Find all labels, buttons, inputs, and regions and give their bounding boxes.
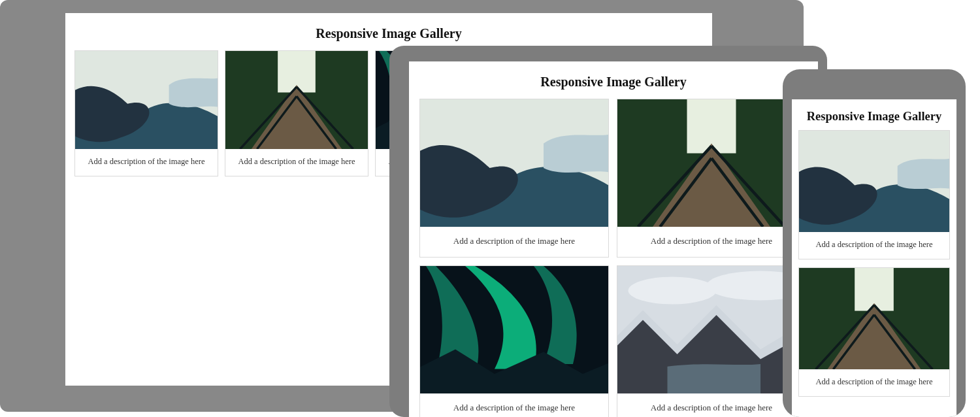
gallery-card[interactable]: Add a description of the image here <box>798 130 950 259</box>
page-title: Responsive Image Gallery <box>409 61 818 99</box>
gallery-card[interactable]: Add a description of the image here <box>617 265 806 417</box>
tablet-screen: Responsive Image Gallery Add a descripti… <box>409 61 818 417</box>
bridge-image <box>799 268 949 369</box>
bridge-image <box>617 99 806 227</box>
gallery-card[interactable]: Add a description of the image here <box>617 99 806 258</box>
phone-device-frame: Responsive Image Gallery Add a descripti… <box>783 69 966 417</box>
gallery-grid: Add a description of the image here Add … <box>792 130 956 397</box>
bridge-image <box>225 51 368 149</box>
phone-screen: Responsive Image Gallery Add a descripti… <box>792 99 956 417</box>
mountain-image <box>617 266 806 393</box>
cliff-image <box>75 51 218 149</box>
gallery-card[interactable]: Add a description of the image here <box>419 99 609 258</box>
gallery-card[interactable]: Add a description of the image here <box>225 50 368 176</box>
gallery-grid: Add a description of the image here Add … <box>409 99 818 417</box>
tablet-device-frame: Responsive Image Gallery Add a descripti… <box>389 46 827 417</box>
gallery-caption: Add a description of the image here <box>75 149 218 176</box>
gallery-card[interactable]: Add a description of the image here <box>419 265 609 417</box>
gallery-caption: Add a description of the image here <box>617 227 806 257</box>
gallery-card[interactable]: Add a description of the image here <box>798 267 950 397</box>
cliff-image <box>420 99 608 227</box>
gallery-caption: Add a description of the image here <box>420 393 608 417</box>
page-title: Responsive Image Gallery <box>65 13 712 50</box>
page-title: Responsive Image Gallery <box>792 99 956 130</box>
gallery-caption: Add a description of the image here <box>420 227 608 257</box>
gallery-caption: Add a description of the image here <box>617 393 806 417</box>
aurora-image <box>420 266 608 393</box>
gallery-caption: Add a description of the image here <box>225 149 368 176</box>
gallery-caption: Add a description of the image here <box>799 232 949 259</box>
gallery-card[interactable]: Add a description of the image here <box>74 50 218 176</box>
gallery-caption: Add a description of the image here <box>799 369 949 396</box>
cliff-image <box>799 131 949 232</box>
